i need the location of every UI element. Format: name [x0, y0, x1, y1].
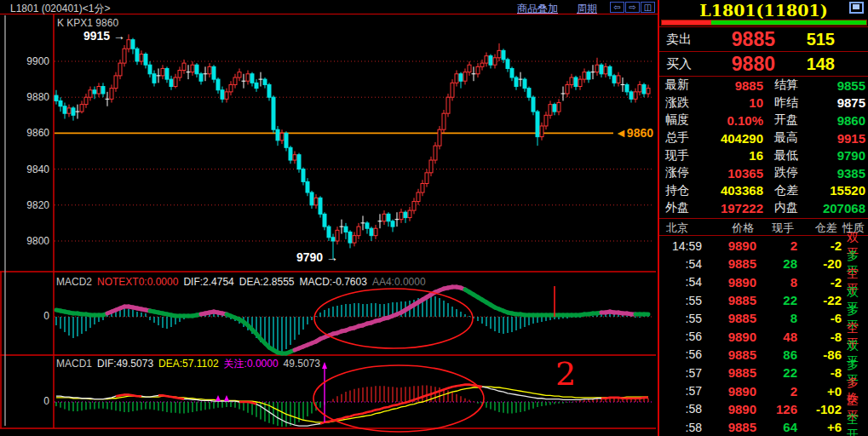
stat-row: 持仓403368仓差15520 [659, 182, 868, 200]
tick-volume: 22 [756, 293, 797, 307]
tick-time: :54 [659, 257, 702, 271]
tick-time: :58 [659, 402, 702, 416]
candle-up [540, 126, 543, 137]
candle-down [170, 79, 173, 86]
tick-row: :58988564+6空开 [659, 418, 868, 436]
candle-down [553, 105, 556, 112]
candle-down [327, 227, 331, 238]
candle-down [608, 66, 612, 76]
candle-up [429, 160, 433, 173]
candle-up [434, 146, 437, 160]
tick-oi-change: +6 [797, 420, 842, 434]
candle-down [370, 228, 373, 235]
high-annotation: 9915 → [83, 29, 125, 43]
tick-volume: 2 [756, 238, 797, 253]
tick-price: 9890 [702, 275, 756, 290]
candle-up [208, 66, 211, 73]
y-axis-label: 9820 [26, 199, 49, 211]
candle-up [336, 230, 339, 241]
candle-up [400, 212, 403, 219]
tick-row: :5498908-2空平 [659, 273, 868, 291]
indicator-param: NOTEXT0:0.0000 [97, 276, 178, 288]
candle-down [387, 214, 390, 221]
tick-oi-change: -22 [797, 293, 842, 307]
candle-up [191, 65, 194, 72]
tick-price: 9890 [702, 384, 756, 399]
candle-down [135, 49, 139, 61]
candle-up [544, 115, 548, 126]
stat-label: 外盘 [659, 200, 697, 215]
period-link[interactable]: 周期 [577, 2, 597, 16]
window-restore-icon[interactable] [849, 2, 864, 14]
back-arrow-icon[interactable]: ⇦ [610, 2, 624, 13]
indicator-k-label: K KPX1 9860 [57, 17, 118, 29]
stat-label: 现手 [659, 148, 697, 164]
tick-row: :5798902+0多换 [659, 382, 868, 399]
stat-label: 最新 [659, 77, 697, 93]
candle-up [84, 97, 88, 104]
tick-price: 9885 [702, 293, 756, 307]
candle-up [140, 54, 143, 61]
y-axis-label: 9900 [26, 55, 49, 67]
y-axis-label: 9860 [26, 127, 49, 139]
stat-label: 涨停 [659, 165, 697, 181]
tick-price: 9885 [702, 311, 756, 325]
candle-down [527, 89, 531, 98]
candle-up [455, 74, 458, 83]
candle-down [285, 133, 288, 147]
candle-up [446, 97, 450, 113]
stat-value: 10 [697, 95, 763, 110]
indicator-param: DIF:49.5073 [97, 358, 153, 370]
candle-down [510, 68, 514, 77]
tick-volume: 64 [756, 420, 797, 434]
candle-down [148, 65, 152, 74]
tick-table: 14:5998902-2双平:54988528-20多平:5498908-2空平… [659, 237, 868, 436]
tick-time: :55 [659, 312, 702, 325]
candle-down [263, 79, 267, 84]
stat-row: 幅度0.10%开盘9860 [659, 112, 868, 129]
stat-value: 15520 [801, 183, 868, 198]
tick-price: 9890 [702, 238, 756, 253]
candle-down [250, 74, 254, 83]
candle-up [438, 129, 441, 146]
tick-volume: 28 [756, 256, 797, 271]
stat-label: 涨跌 [659, 95, 697, 111]
stat-row: 外盘197222内盘207068 [659, 199, 868, 217]
tick-time: :56 [659, 330, 702, 343]
stat-label: 总手 [659, 130, 697, 146]
forward-arrow-icon[interactable]: ⇨ [625, 2, 640, 13]
macd1-param-row: MACD1DIF:49.5073DEA:57.1102关注:0.000049.5… [56, 357, 325, 371]
indicator-param: DEA:57.1102 [158, 358, 219, 370]
overlay-products-link[interactable]: 商品叠加 [517, 2, 558, 16]
candle-down [165, 68, 169, 79]
tick-oi-change: -86 [797, 347, 842, 362]
stat-label: 最低 [763, 148, 801, 164]
candle-down [489, 56, 492, 66]
candle-down [297, 155, 301, 169]
candle-down [523, 79, 526, 89]
indicator-param: MACD1 [56, 358, 92, 370]
candle-up [80, 105, 83, 112]
contract-title: L1801 (020401)<1分> [10, 2, 110, 16]
tick-time: :55 [659, 294, 702, 307]
split-window-icon[interactable]: ◫ [641, 2, 655, 13]
tick-header-cell: 北京 [659, 221, 701, 235]
stat-label: 昨结 [763, 95, 801, 111]
tick-price: 9885 [702, 420, 756, 434]
stat-value: 10365 [697, 166, 763, 181]
annotation-ellipse-macd1 [313, 365, 484, 432]
stat-label: 跌停 [763, 165, 801, 181]
candle-up [178, 71, 181, 77]
candle-up [595, 65, 599, 72]
tick-price: 9885 [702, 347, 756, 362]
stat-label: 结算 [763, 77, 801, 93]
stat-row: 最新9885结算9855 [659, 77, 868, 95]
window-restore-icon-inner [853, 4, 859, 9]
sell-strength-segment [662, 20, 711, 25]
candle-up [408, 210, 411, 217]
candle-down [131, 40, 135, 49]
annotation-digit: 2 [555, 355, 576, 393]
candle-down [221, 90, 224, 100]
tick-row: :589890126-102空平 [659, 400, 868, 418]
indicator-param: AA4:0.0000 [372, 276, 426, 288]
